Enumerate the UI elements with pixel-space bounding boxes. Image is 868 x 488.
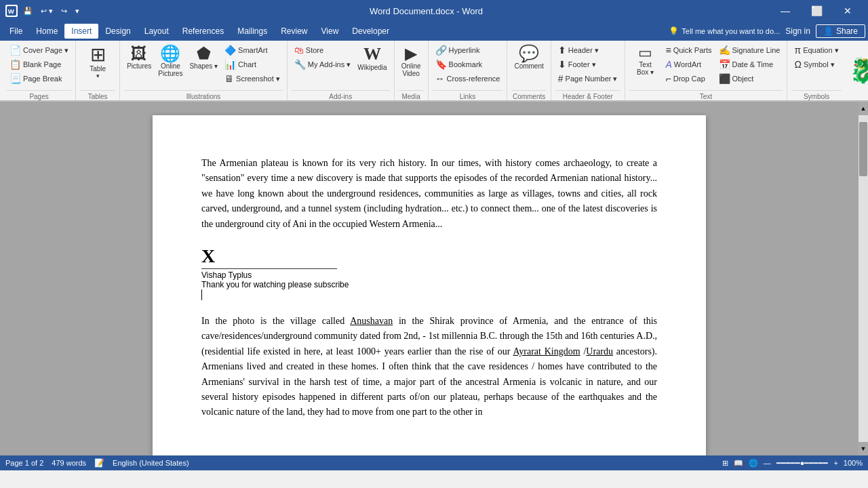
zoom-out-btn[interactable]: — [764, 459, 771, 467]
object-btn[interactable]: ⬛ Object [716, 72, 783, 85]
screenshot-btn[interactable]: 🖥 Screenshot ▾ [222, 72, 283, 85]
menu-references[interactable]: References [176, 24, 231, 39]
document-page[interactable]: The Armenian plateau is known for its ve… [153, 115, 706, 455]
scroll-thumb[interactable] [859, 122, 867, 176]
pictures-btn[interactable]: 🖼 Pictures [124, 43, 154, 72]
dropcap-icon: ⌐ [666, 73, 671, 84]
smartart-icon: 🔷 [224, 45, 236, 56]
menu-home[interactable]: Home [29, 24, 64, 39]
share-btn[interactable]: 👤 Share [816, 24, 865, 38]
screenshot-label: Screenshot ▾ [236, 75, 280, 83]
view-web-icon[interactable]: 🌐 [749, 459, 758, 468]
online-pictures-label2: Pictures [158, 70, 182, 77]
customize-quick-btn[interactable]: ▾ [73, 5, 82, 17]
chart-btn[interactable]: 📊 Chart [222, 58, 283, 71]
undo-quick-btn[interactable]: ↩ ▾ [38, 5, 56, 17]
text-box-btn[interactable]: ▭ Text Box ▾ [629, 43, 662, 78]
addins-label: My Add-ins ▾ [308, 60, 351, 69]
equation-label: Equation ▾ [803, 46, 838, 55]
symbol-icon: Ω [794, 59, 801, 70]
pages-group-label: Pages [7, 90, 71, 100]
menu-developer[interactable]: Developer [345, 24, 396, 39]
scroll-track[interactable] [859, 115, 868, 442]
pictures-label: Pictures [127, 62, 151, 70]
language-status: English (United States) [113, 459, 189, 467]
date-time-btn[interactable]: 📅 Date & Time [716, 58, 783, 71]
smartart-btn[interactable]: 🔷 SmartArt [222, 43, 283, 57]
table-btn[interactable]: ⊞ Table ▾ [80, 43, 115, 81]
wordart-btn[interactable]: A WordArt [663, 58, 715, 71]
share-icon: 👤 [823, 26, 833, 36]
wikipedia-btn[interactable]: W Wikipedia [355, 43, 389, 73]
menu-view[interactable]: View [315, 24, 346, 39]
media-group-label: Media [399, 90, 424, 100]
header-icon: ⬆ [558, 45, 566, 56]
quick-parts-btn[interactable]: ≡ Quick Parts [663, 43, 715, 57]
signature-btn[interactable]: ✍ Signature Line [716, 43, 783, 57]
symbol-label: Symbol ▾ [804, 60, 835, 69]
page-number-btn[interactable]: # Page Number ▾ [555, 72, 620, 85]
symbol-btn[interactable]: Ω Symbol ▾ [791, 58, 841, 71]
online-pictures-icon: 🌐 [160, 45, 180, 62]
blank-page-btn[interactable]: 📋 Blank Page [7, 58, 71, 71]
view-normal-icon[interactable]: ⊞ [722, 459, 728, 468]
comments-group-label: Comments [511, 90, 546, 100]
shapes-btn[interactable]: ⬟ Shapes ▾ [186, 43, 220, 72]
zoom-in-btn[interactable]: + [833, 459, 837, 467]
hyperlink-btn[interactable]: 🔗 Hyperlink [433, 43, 503, 57]
addins-icon: 🔧 [294, 59, 306, 70]
signature-icon: ✍ [719, 45, 730, 56]
quickparts-label: Quick Parts [673, 46, 712, 54]
signin-btn[interactable]: Sign in [785, 26, 810, 36]
online-pictures-label: Online [161, 62, 180, 70]
datetime-icon: 📅 [719, 59, 730, 70]
vertical-scrollbar[interactable]: ▲ ▼ [859, 102, 868, 455]
menu-layout[interactable]: Layout [138, 24, 176, 39]
paragraph-1: The Armenian plateau is known for its ve… [201, 156, 657, 232]
quickparts-icon: ≡ [666, 45, 671, 56]
scroll-up-btn[interactable]: ▲ [859, 102, 868, 115]
redo-quick-btn[interactable]: ↪ [58, 5, 70, 17]
close-btn[interactable]: ✕ [833, 0, 863, 22]
online-video-btn[interactable]: ▶ Online Video [399, 43, 424, 79]
online-pictures-btn[interactable]: 🌐 Online Pictures [155, 43, 185, 79]
crossref-label: Cross-reference [447, 75, 500, 83]
header-btn[interactable]: ⬆ Header ▾ [555, 43, 620, 57]
minimize-btn[interactable]: — [770, 0, 800, 22]
footer-btn[interactable]: ⬇ Footer ▾ [555, 58, 620, 71]
blank-page-label: Blank Page [23, 60, 61, 68]
page-number-label: Page Number ▾ [566, 75, 618, 83]
restore-btn[interactable]: ⬜ [802, 0, 831, 22]
page-break-btn[interactable]: 📃 Page Break [7, 72, 71, 85]
scroll-down-btn[interactable]: ▼ [859, 442, 868, 455]
equation-btn[interactable]: π Equation ▾ [791, 43, 841, 57]
dropcap-btn[interactable]: ⌐ Drop Cap [663, 72, 715, 85]
menu-insert[interactable]: Insert [64, 24, 98, 39]
menu-review[interactable]: Review [274, 24, 314, 39]
proofing-icon: 📝 [94, 458, 104, 468]
screenshot-icon: 🖥 [224, 73, 234, 84]
caption-name: Vishap Typlus [201, 270, 657, 280]
bookmark-btn[interactable]: 🔖 Bookmark [433, 58, 503, 71]
zoom-slider[interactable]: ━━━━━●━━━━━ [776, 459, 829, 468]
cover-page-icon: 📄 [9, 45, 21, 56]
document-scroll[interactable]: The Armenian plateau is known for its ve… [0, 102, 859, 455]
menu-mailings[interactable]: Mailings [231, 24, 274, 39]
cursor-position [201, 289, 657, 300]
view-reader-icon[interactable]: 📖 [734, 459, 743, 468]
ribbon-group-headerfooter: ⬆ Header ▾ ⬇ Footer ▾ # Page Number ▾ He… [551, 41, 625, 100]
ribbon-group-addins: 🛍 Store 🔧 My Add-ins ▾ W Wikipedia Add-i… [288, 41, 395, 100]
menu-file[interactable]: File [3, 24, 29, 39]
comment-btn[interactable]: 💬 Comment [511, 43, 546, 72]
store-btn[interactable]: 🛍 Store [292, 43, 353, 57]
store-icon: 🛍 [294, 45, 304, 56]
ribbon-group-symbols: π Equation ▾ Ω Symbol ▾ Symbols [787, 41, 845, 100]
menu-design[interactable]: Design [98, 24, 137, 39]
crossref-icon: ↔ [435, 73, 445, 84]
tell-me-bar[interactable]: 💡 Tell me what you want to do... [669, 26, 780, 36]
cross-reference-btn[interactable]: ↔ Cross-reference [433, 72, 503, 85]
chart-icon: 📊 [224, 59, 236, 70]
cover-page-btn[interactable]: 📄 Cover Page ▾ [7, 43, 71, 57]
my-addins-btn[interactable]: 🔧 My Add-ins ▾ [292, 58, 353, 71]
save-quick-btn[interactable]: 💾 [20, 5, 35, 17]
